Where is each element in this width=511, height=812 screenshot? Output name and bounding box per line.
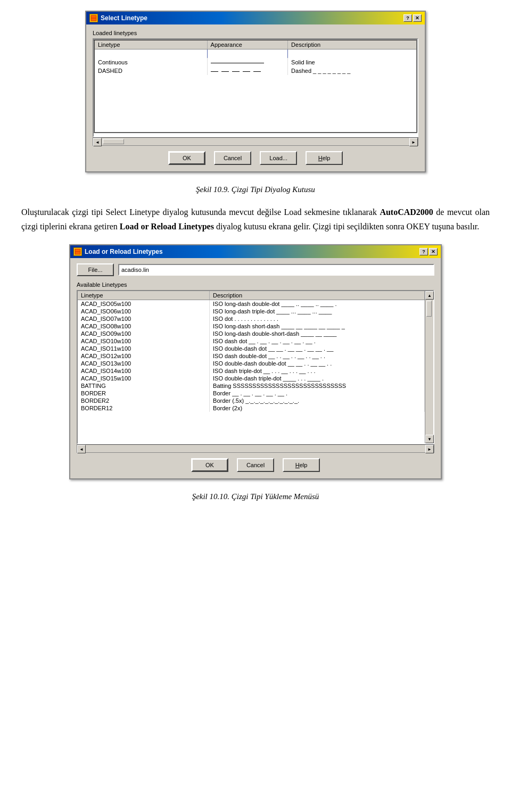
- table-row[interactable]: BORDER2Border (.5x) _._._._._._._._._._.…: [78, 397, 425, 404]
- col2-linetype: Linetype: [78, 291, 210, 300]
- table-row[interactable]: BATTINGBatting SSSSSSSSSSSSSSSSSSSSSSSSS…: [78, 382, 425, 390]
- load-reload-dialog: Load or Reload Linetypes ? ✕ File... aca…: [69, 244, 442, 479]
- table-row[interactable]: ACAD_ISO15w100ISO double-dash triple-dot…: [78, 375, 425, 382]
- available-table-container: Linetype Description ACAD_ISO05w100ISO l…: [77, 290, 434, 444]
- dialog2-buttons: OK Cancel Help: [77, 458, 434, 472]
- ok-button[interactable]: OK: [168, 151, 205, 165]
- titlebar-buttons: ? ✕: [403, 14, 422, 22]
- cell-linetype2: ACAD_ISO05w100: [78, 300, 210, 308]
- table-row[interactable]: ACAD_ISO11w100ISO double-dash dot __ __ …: [78, 345, 425, 352]
- scroll-left2-arrow[interactable]: ◄: [77, 445, 86, 453]
- cell-linetype2: ACAD_ISO12w100: [78, 352, 210, 360]
- table-row[interactable]: ACAD_ISO14w100ISO dash triple-dot __ . .…: [78, 367, 425, 375]
- dialog2-titlebar: Load or Reload Linetypes ? ✕: [70, 245, 441, 258]
- file-row: File... acadiso.lin: [77, 263, 434, 276]
- horizontal-scrollbar: ◄ ►: [93, 137, 418, 146]
- caption2: Şekil 10.10. Çizgi Tipi Yükleme Menüsü: [21, 492, 490, 501]
- table-row[interactable]: CENTER Center: [94, 49, 417, 59]
- table-row[interactable]: ACAD_ISO06w100ISO long-dash triple-dot _…: [78, 308, 425, 315]
- cell-linetype2: BORDER12: [78, 404, 210, 412]
- cell-desc2: ISO double-dash triple-dot ____ . . . __…: [210, 375, 425, 382]
- cell-description: Solid line: [288, 58, 417, 67]
- table-scroll-area: Linetype Description ACAD_ISO05w100ISO l…: [78, 291, 425, 443]
- cell-description: Center: [288, 49, 417, 59]
- scroll-right-arrow[interactable]: ►: [409, 138, 418, 146]
- cancel2-button[interactable]: Cancel: [237, 458, 274, 472]
- cell-desc2: ISO double-dash double-dot __ __ . . __ …: [210, 360, 425, 367]
- cell-linetype2: BORDER: [78, 390, 210, 397]
- titlebar2-buttons: ? ✕: [419, 248, 438, 255]
- dialog-app-icon: [89, 14, 98, 22]
- cell-linetype2: BORDER2: [78, 397, 210, 404]
- dialog-title: Select Linetype: [101, 14, 147, 22]
- file-button[interactable]: File...: [77, 263, 114, 276]
- scroll-down-arrow[interactable]: ▼: [425, 435, 434, 443]
- cell-linetype: Continuous: [94, 58, 207, 67]
- cell-desc2: Border (.5x) _._._._._._._._._._._.: [210, 397, 425, 404]
- table-row-empty: [94, 75, 417, 85]
- cell-desc2: ISO long-dash triple-dot ____ ... ____ .…: [210, 308, 425, 315]
- horizontal-scrollbar2: ◄ ►: [77, 444, 434, 453]
- close-titlebar-button[interactable]: ✕: [413, 14, 422, 22]
- help-button[interactable]: Help: [306, 151, 343, 165]
- cell-desc2: ISO dash double-dot __ . . __ . . __ . .…: [210, 352, 425, 360]
- vertical-scrollbar: ▲ ▼: [425, 291, 433, 443]
- table-row[interactable]: ACAD_ISO13w100ISO double-dash double-dot…: [78, 360, 425, 367]
- cell-description: Dashed _ _ _ _ _ _ _ _: [288, 67, 417, 75]
- cell-desc2: Batting SSSSSSSSSSSSSSSSSSSSSSSSSSSSS: [210, 382, 425, 390]
- help-titlebar-button[interactable]: ?: [403, 14, 412, 22]
- load-button[interactable]: Load...: [260, 151, 297, 165]
- table-row[interactable]: ACAD_ISO09w100ISO long-dash double-short…: [78, 330, 425, 337]
- scroll-left-arrow[interactable]: ◄: [93, 138, 102, 146]
- cell-linetype2: ACAD_ISO10w100: [78, 337, 210, 345]
- ok2-button[interactable]: OK: [191, 458, 228, 472]
- cell-desc2: ISO long-dash double-dot ____ .. ____ ..…: [210, 300, 425, 308]
- cell-desc2: ISO dash dot __ . __ . __ . __ . __ . __…: [210, 337, 425, 345]
- help2-titlebar-button[interactable]: ?: [419, 248, 428, 255]
- cell-desc2: ISO long-dash short-dash ____ __ ____ __…: [210, 322, 425, 330]
- table-row[interactable]: DASHED Dashed _ _ _ _ _ _ _ _: [94, 67, 417, 75]
- table-row-empty: [94, 85, 417, 94]
- file-input[interactable]: acadiso.lin: [118, 264, 434, 276]
- cell-linetype2: ACAD_ISO07w100: [78, 315, 210, 322]
- cell-desc2: ISO dot . . . . . . . . . . . . . .: [210, 315, 425, 322]
- table-row[interactable]: ACAD_ISO08w100ISO long-dash short-dash _…: [78, 322, 425, 330]
- select-linetype-dialog: Select Linetype ? ✕ Loaded linetypes Lin…: [85, 11, 426, 172]
- cell-desc2: ISO double-dash dot __ __ . __ __ . __ _…: [210, 345, 425, 352]
- dialog2-body: File... acadiso.lin Available Linetypes …: [70, 258, 441, 478]
- vscroll-thumb[interactable]: [426, 301, 432, 317]
- table-row[interactable]: ACAD_ISO05w100ISO long-dash double-dot _…: [78, 300, 425, 308]
- table-row-empty: [94, 104, 417, 113]
- table-row[interactable]: BORDER12Border (2x): [78, 404, 425, 412]
- scrollbar-thumb[interactable]: [103, 139, 124, 144]
- help2-button[interactable]: Help: [283, 458, 320, 472]
- cell-linetype2: ACAD_ISO06w100: [78, 308, 210, 315]
- table-row-empty: [94, 123, 417, 132]
- close2-titlebar-button[interactable]: ✕: [429, 248, 438, 255]
- dialog2-app-icon: [73, 247, 82, 256]
- cell-desc2: ISO long-dash double-short-dash ____ __ …: [210, 330, 425, 337]
- table-row[interactable]: ACAD_ISO10w100ISO dash dot __ . __ . __ …: [78, 337, 425, 345]
- table-row[interactable]: BORDERBorder __ . __ . __ . __ . __ .: [78, 390, 425, 397]
- cancel-button[interactable]: Cancel: [214, 151, 251, 165]
- cell-linetype2: BATTING: [78, 382, 210, 390]
- table-row[interactable]: Continuous Solid line: [94, 58, 417, 67]
- table-row[interactable]: ACAD_ISO07w100ISO dot . . . . . . . . . …: [78, 315, 425, 322]
- scroll-up-arrow[interactable]: ▲: [425, 291, 434, 300]
- col2-description: Description: [210, 291, 425, 300]
- dialog2-title: Load or Reload Linetypes: [85, 248, 163, 255]
- dialog-buttons: OK Cancel Load... Help: [93, 151, 418, 165]
- table-row-empty: [94, 113, 417, 123]
- cell-linetype2: ACAD_ISO11w100: [78, 345, 210, 352]
- cell-appearance: [207, 67, 288, 75]
- titlebar2-left: Load or Reload Linetypes: [73, 247, 163, 256]
- loaded-linetypes-label: Loaded linetypes: [93, 30, 418, 36]
- scroll-right2-arrow[interactable]: ►: [425, 445, 434, 453]
- cell-desc2: Border (2x): [210, 404, 425, 412]
- vscroll-track: [425, 300, 433, 435]
- cell-linetype2: ACAD_ISO15w100: [78, 375, 210, 382]
- cell-linetype2: ACAD_ISO14w100: [78, 367, 210, 375]
- cell-linetype2: ACAD_ISO08w100: [78, 322, 210, 330]
- dialog-titlebar: Select Linetype ? ✕: [86, 12, 425, 24]
- table-row[interactable]: ACAD_ISO12w100ISO dash double-dot __ . .…: [78, 352, 425, 360]
